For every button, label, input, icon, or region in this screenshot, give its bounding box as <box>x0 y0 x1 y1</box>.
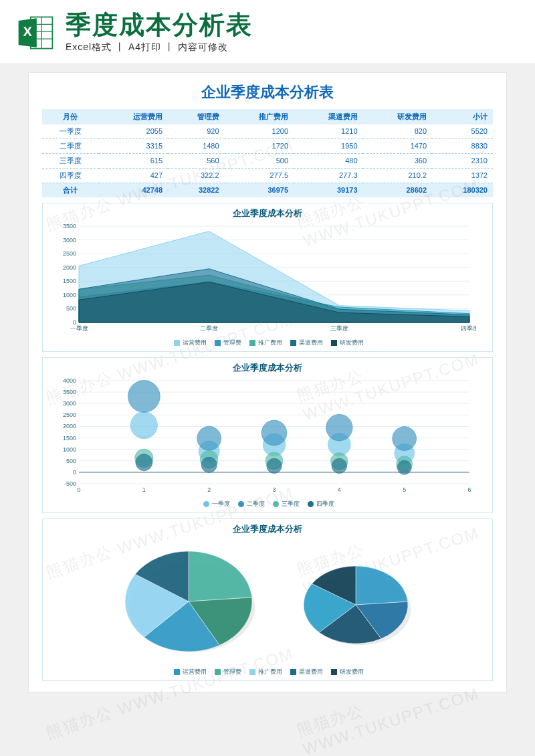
svg-text:2000: 2000 <box>63 264 76 271</box>
table-cell: 180320 <box>432 183 493 197</box>
table-cell: 1950 <box>294 138 363 153</box>
svg-text:二季度: 二季度 <box>200 325 218 332</box>
table-cell: 2055 <box>99 124 169 139</box>
table-cell: 1720 <box>225 138 294 153</box>
svg-point-75 <box>397 460 411 474</box>
table-row: 一季度2055920120012108205520 <box>42 124 493 139</box>
excel-icon: X <box>16 13 55 52</box>
table-cell: 1372 <box>432 168 493 183</box>
table-cell: 277.5 <box>225 168 294 183</box>
svg-text:4000: 4000 <box>63 377 76 384</box>
svg-text:2500: 2500 <box>63 250 76 257</box>
svg-point-56 <box>130 411 157 438</box>
chart-legend: 运营费用管理费推广费用渠道费用研发费用 <box>48 668 487 676</box>
table-cell: 277.3 <box>294 168 363 183</box>
table-cell: 322.2 <box>168 168 225 183</box>
table-cell: 480 <box>294 153 363 168</box>
table-cell: 39173 <box>294 183 363 197</box>
table-cell: 210.2 <box>363 168 433 183</box>
table-total-row: 合计4274832822369753917328602180320 <box>42 183 493 197</box>
svg-text:四季度: 四季度 <box>461 325 477 332</box>
svg-point-61 <box>128 380 160 412</box>
pie-chart: 企业季度成本分析 运营费用管理费推广费用渠道费用研发费用 <box>42 518 493 681</box>
svg-text:0: 0 <box>77 486 80 493</box>
col-header: 渠道费用 <box>294 109 363 124</box>
table-cell: 28602 <box>363 183 433 197</box>
table-cell: 32822 <box>168 183 225 197</box>
document-preview: 企业季度成本分析表 月份 运营费用 管理费 推广费用 渠道费用 研发费用 小计 … <box>28 72 507 692</box>
svg-text:3500: 3500 <box>63 223 76 229</box>
area-chart: 企业季度成本分析 0500100015002000250030003500一季度… <box>42 203 493 352</box>
svg-text:3: 3 <box>272 486 276 493</box>
svg-text:4: 4 <box>338 486 341 493</box>
col-header: 管理费 <box>168 109 225 124</box>
svg-text:X: X <box>23 24 33 39</box>
svg-text:0: 0 <box>73 469 76 476</box>
table-cell: 5520 <box>432 124 493 139</box>
table-cell: 560 <box>168 153 225 168</box>
table-cell: 2310 <box>432 153 493 168</box>
svg-point-73 <box>267 458 282 473</box>
svg-point-71 <box>136 454 152 471</box>
col-header: 月份 <box>42 109 99 124</box>
svg-point-74 <box>332 458 346 473</box>
svg-point-62 <box>197 426 221 450</box>
table-cell: 615 <box>99 153 169 168</box>
table-cell: 二季度 <box>42 138 99 153</box>
svg-text:-500: -500 <box>64 480 76 487</box>
document-title: 企业季度成本分析表 <box>42 82 493 102</box>
chart-legend: 一季度二季度三季度四季度 <box>48 500 487 508</box>
table-cell: 1470 <box>363 138 433 153</box>
table-cell: 1210 <box>294 124 363 139</box>
svg-text:3000: 3000 <box>63 400 76 407</box>
table-cell: 820 <box>363 124 433 139</box>
table-cell: 一季度 <box>42 124 99 139</box>
svg-text:3000: 3000 <box>63 236 76 243</box>
svg-text:500: 500 <box>66 305 76 312</box>
svg-text:1000: 1000 <box>63 446 76 453</box>
table-cell: 四季度 <box>42 168 99 183</box>
table-cell: 三季度 <box>42 153 99 168</box>
col-header: 研发费用 <box>363 109 433 124</box>
table-cell: 36975 <box>225 183 294 197</box>
svg-point-63 <box>261 420 287 446</box>
chart-title: 企业季度成本分析 <box>48 207 487 219</box>
table-cell: 427 <box>99 168 169 183</box>
cost-table: 月份 运营费用 管理费 推广费用 渠道费用 研发费用 小计 一季度2055920… <box>42 109 493 197</box>
table-cell: 42748 <box>99 183 169 197</box>
header-title: 季度成本分析表 <box>66 12 519 39</box>
table-cell: 8830 <box>432 138 493 153</box>
col-header: 运营费用 <box>99 109 169 124</box>
table-cell: 500 <box>225 153 294 168</box>
table-cell: 920 <box>168 124 225 139</box>
table-cell: 1200 <box>225 124 294 139</box>
chart-title: 企业季度成本分析 <box>48 523 487 535</box>
table-row: 三季度6155605004803602310 <box>42 153 493 168</box>
col-header: 小计 <box>432 109 493 124</box>
svg-text:500: 500 <box>66 458 76 464</box>
table-row: 四季度427322.2277.5277.3210.21372 <box>42 168 493 183</box>
table-cell: 1480 <box>168 138 225 153</box>
svg-text:1: 1 <box>142 486 146 493</box>
svg-text:2: 2 <box>207 486 211 493</box>
header-subtitle: Excel格式 丨 A4打印 丨 内容可修改 <box>66 41 519 54</box>
table-cell: 合计 <box>42 183 99 197</box>
svg-text:一季度: 一季度 <box>70 325 88 332</box>
svg-text:2000: 2000 <box>63 423 76 430</box>
svg-text:5: 5 <box>403 486 406 493</box>
template-header: X 季度成本分析表 Excel格式 丨 A4打印 丨 内容可修改 <box>0 0 535 63</box>
table-cell: 360 <box>363 153 433 168</box>
svg-text:2500: 2500 <box>63 411 76 418</box>
table-row: 二季度331514801720195014708830 <box>42 138 493 153</box>
svg-text:1500: 1500 <box>63 434 76 441</box>
chart-legend: 运营费用管理费推广费用渠道费用研发费用 <box>48 339 487 347</box>
col-header: 推广费用 <box>225 109 294 124</box>
chart-title: 企业季度成本分析 <box>48 362 487 374</box>
svg-text:1500: 1500 <box>63 278 76 284</box>
svg-text:6: 6 <box>467 486 471 493</box>
table-cell: 3315 <box>99 138 169 153</box>
svg-point-72 <box>201 457 217 472</box>
bubble-chart: 企业季度成本分析 -500050010001500200025003000350… <box>42 357 493 513</box>
svg-point-64 <box>326 414 353 441</box>
svg-text:3500: 3500 <box>63 389 76 395</box>
